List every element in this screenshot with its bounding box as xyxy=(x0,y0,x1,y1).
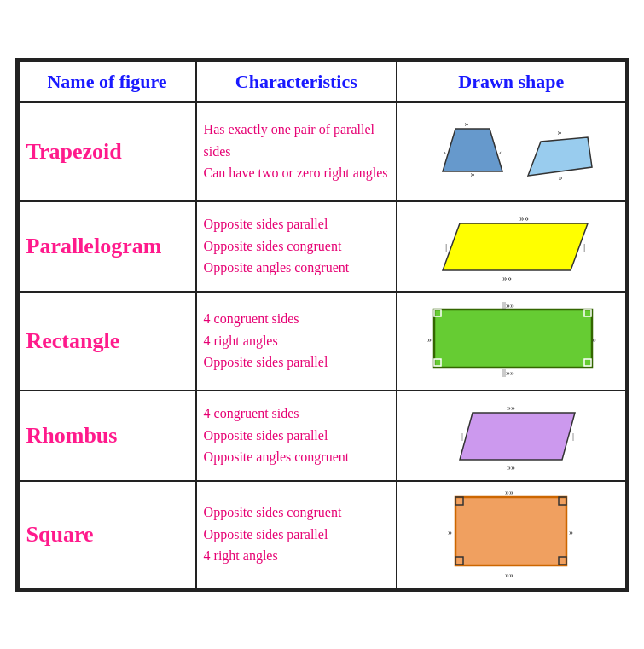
figure-name-cell: Trapezoid xyxy=(19,102,196,201)
rhombus-characteristics: 4 congruent sides Opposite sides paralle… xyxy=(196,391,397,481)
table-row: Trapezoid Has exactly one pair of parall… xyxy=(19,102,626,201)
svg-marker-22 xyxy=(460,413,575,460)
square-svg: »» »» » » xyxy=(417,490,605,576)
header-characteristics: Characteristics xyxy=(196,61,397,102)
figure-name-cell: Parallelogram xyxy=(19,201,196,292)
rectangle-characteristics: 4 congruent sides 4 right angles Opposit… xyxy=(196,292,397,391)
svg-text:»: » xyxy=(427,334,432,344)
rectangle-label: Rectangle xyxy=(26,328,120,353)
rhombus-label: Rhombus xyxy=(26,423,118,448)
rectangle-shape-cell: ||»» ||»» » » xyxy=(397,292,625,391)
parallelogram-svg: »» »» | | xyxy=(417,211,605,279)
table-row: Rhombus 4 congruent sides Opposite sides… xyxy=(19,391,626,481)
table-row: Parallelogram Opposite sides parallel Op… xyxy=(19,201,626,292)
svg-text:»: » xyxy=(558,127,562,136)
svg-text:‹: ‹ xyxy=(499,148,502,156)
svg-text:|: | xyxy=(572,432,574,441)
rhombus-shape-cell: »» »» | | xyxy=(397,391,625,481)
parallelogram-characteristics: Opposite sides parallel Opposite sides c… xyxy=(196,201,397,292)
square-label: Square xyxy=(26,522,94,547)
trapezoid-shape-cell: » » › ‹ » » xyxy=(397,102,625,201)
svg-text:»»: »» xyxy=(519,212,529,223)
parallelogram-shape-cell: »» »» | | xyxy=(397,201,625,292)
svg-text:|: | xyxy=(445,241,447,252)
svg-text:|: | xyxy=(461,432,463,441)
svg-text:»: » xyxy=(465,119,469,128)
svg-text:|: | xyxy=(583,241,585,252)
svg-text:›: › xyxy=(444,148,446,156)
header-name: Name of figure xyxy=(19,61,196,102)
svg-text:»: » xyxy=(471,169,475,178)
svg-rect-27 xyxy=(455,497,566,565)
trapezoid-characteristics: Has exactly one pair of parallel sides C… xyxy=(196,102,397,201)
svg-marker-5 xyxy=(528,137,592,176)
rhombus-svg: »» »» | | xyxy=(417,400,605,468)
square-shape-cell: »» »» » » xyxy=(397,481,625,588)
main-table-container: Name of figure Characteristics Drawn sha… xyxy=(15,58,629,592)
svg-text:»»: »» xyxy=(505,487,513,496)
svg-text:»: » xyxy=(559,172,563,182)
svg-marker-0 xyxy=(443,129,502,171)
svg-text:»»: »» xyxy=(502,272,512,282)
header-drawn-shape: Drawn shape xyxy=(397,61,625,102)
svg-text:»: » xyxy=(569,527,573,536)
trapezoid-label: Trapezoid xyxy=(26,139,122,164)
rectangle-svg: ||»» ||»» » » xyxy=(417,301,605,378)
parallelogram-label: Parallelogram xyxy=(26,234,162,258)
figure-name-cell: Square xyxy=(19,481,196,588)
svg-marker-8 xyxy=(443,223,588,270)
svg-text:»»: »» xyxy=(505,570,513,579)
trapezoid-svg: » » › ‹ » » xyxy=(417,112,605,188)
svg-text:||»»: ||»» xyxy=(502,368,514,377)
svg-rect-13 xyxy=(434,310,592,368)
table-row: Rectangle 4 congruent sides 4 right angl… xyxy=(19,292,626,391)
figure-name-cell: Rhombus xyxy=(19,391,196,481)
svg-text:»: » xyxy=(592,334,596,344)
svg-text:||»»: ||»» xyxy=(502,300,514,310)
svg-text:»»: »» xyxy=(507,403,515,412)
table-row: Square Opposite sides congruent Opposite… xyxy=(19,481,626,588)
svg-text:»»: »» xyxy=(507,462,515,472)
square-characteristics: Opposite sides congruent Opposite sides … xyxy=(196,481,397,588)
svg-text:»: » xyxy=(448,527,452,536)
figure-name-cell: Rectangle xyxy=(19,292,196,391)
